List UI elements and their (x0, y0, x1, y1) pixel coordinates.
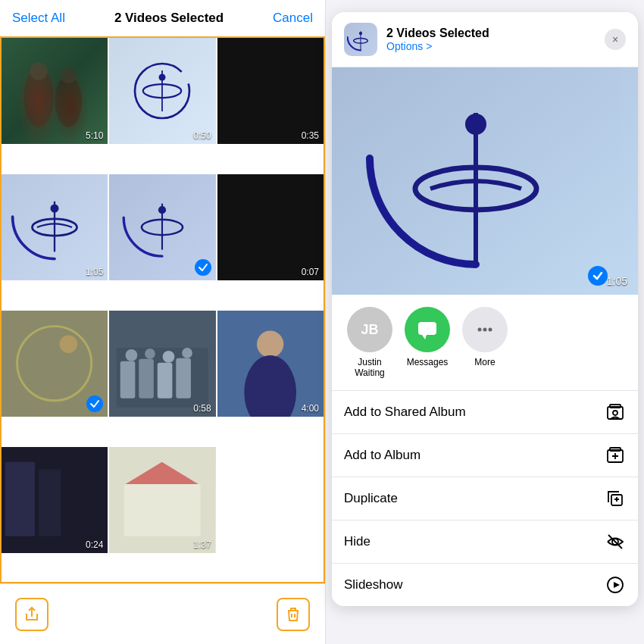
right-panel: 2 Videos Selected Options > × (326, 0, 644, 644)
cell-9-duration: 4:00 (302, 403, 319, 414)
svg-rect-35 (124, 484, 201, 536)
svg-point-11 (51, 205, 59, 213)
left-panel: Select All 2 Videos Selected Cancel 5:10 (0, 0, 326, 644)
grid-cell-5[interactable] (109, 174, 215, 280)
svg-point-4 (61, 67, 77, 83)
svg-point-3 (30, 62, 48, 80)
svg-rect-26 (158, 363, 173, 399)
add-album-label: Add to Album (344, 448, 605, 463)
trash-button[interactable] (277, 598, 310, 631)
duplicate-item[interactable]: Duplicate (332, 477, 638, 521)
svg-point-39 (359, 32, 362, 35)
svg-point-47 (483, 328, 487, 332)
share-close-button[interactable]: × (605, 29, 626, 50)
grid-cell-2[interactable]: 0:50 (109, 38, 215, 144)
svg-rect-50 (610, 405, 621, 408)
add-shared-album-label: Add to Shared Album (344, 405, 605, 420)
grid-cell-3[interactable]: 0:35 (217, 38, 324, 144)
shared-album-icon (605, 402, 626, 423)
svg-rect-44 (418, 322, 436, 335)
messages-icon (405, 307, 450, 352)
share-preview: 1:05 (332, 67, 638, 295)
slideshow-icon (605, 574, 626, 596)
svg-point-46 (478, 328, 482, 332)
svg-point-21 (145, 349, 155, 359)
slideshow-item[interactable]: Slideshow (332, 564, 638, 606)
hide-label: Hide (344, 534, 605, 549)
svg-marker-58 (614, 582, 620, 588)
cell-2-duration: 0:50 (193, 130, 211, 141)
svg-point-20 (126, 349, 138, 361)
svg-point-48 (489, 328, 492, 332)
bottom-bar (0, 583, 325, 644)
selected-count-label: 2 Videos Selected (114, 11, 224, 26)
share-action-person[interactable]: JB Justin Waiting (347, 307, 392, 378)
svg-rect-0 (2, 38, 108, 144)
add-shared-album-item[interactable]: Add to Shared Album (332, 391, 638, 434)
hide-item[interactable]: Hide (332, 521, 638, 564)
duplicate-icon (605, 488, 626, 509)
share-header: 2 Videos Selected Options > × (332, 12, 638, 67)
cell-4-duration: 1:05 (86, 267, 103, 277)
svg-point-43 (465, 114, 486, 135)
grid-cell-4[interactable]: 1:05 (2, 174, 108, 280)
share-header-icon (344, 23, 377, 56)
share-button[interactable] (15, 598, 48, 631)
svg-point-29 (257, 330, 283, 357)
svg-marker-45 (422, 335, 427, 339)
svg-line-56 (608, 535, 622, 549)
person-icon: JB (347, 307, 392, 352)
cancel-button[interactable]: Cancel (273, 11, 313, 26)
cell-1-duration: 5:10 (86, 130, 103, 141)
person-initials: JB (361, 322, 378, 338)
svg-point-23 (182, 348, 192, 358)
svg-point-22 (163, 351, 175, 363)
more-icon (462, 307, 508, 352)
svg-point-51 (613, 411, 617, 415)
svg-point-14 (158, 206, 166, 214)
add-album-icon (605, 445, 626, 466)
share-action-messages[interactable]: Messages (405, 307, 450, 367)
duplicate-label: Duplicate (344, 491, 605, 506)
svg-point-8 (159, 74, 166, 81)
svg-rect-24 (120, 361, 136, 399)
svg-rect-53 (610, 448, 621, 451)
cell-3-duration: 0:35 (302, 130, 319, 141)
cell-11-duration: 1:37 (193, 539, 211, 550)
grid-cell-11[interactable]: 1:37 (109, 447, 215, 553)
select-all-button[interactable]: Select All (12, 11, 65, 26)
photo-grid: 5:10 0:50 0:35 (0, 36, 325, 583)
hide-icon (605, 531, 626, 552)
cell-8-duration: 0:58 (193, 403, 211, 414)
grid-cell-10[interactable]: 0:24 (2, 447, 108, 553)
share-subtitle[interactable]: Options > (386, 40, 489, 52)
svg-rect-27 (177, 358, 192, 399)
grid-cell-7[interactable] (2, 311, 108, 417)
svg-rect-33 (39, 469, 61, 536)
share-title: 2 Videos Selected (386, 27, 489, 40)
cell-10-duration: 0:24 (86, 539, 103, 550)
grid-cell-6[interactable]: 0:07 (217, 174, 324, 280)
cell-6-duration: 0:07 (302, 267, 319, 277)
cell-5-check (195, 259, 211, 276)
preview-duration: 1:05 (607, 275, 627, 287)
svg-point-17 (60, 335, 78, 353)
top-bar: Select All 2 Videos Selected Cancel (0, 0, 325, 36)
person-label: Justin Waiting (355, 357, 385, 378)
grid-cell-8[interactable]: 0:58 (109, 311, 215, 417)
preview-check-badge (588, 266, 608, 286)
more-label: More (474, 357, 495, 367)
slideshow-label: Slideshow (344, 577, 605, 592)
messages-label: Messages (407, 357, 449, 367)
share-sheet: 2 Videos Selected Options > × (332, 12, 638, 606)
share-actions-row: JB Justin Waiting Messages (332, 295, 638, 391)
grid-cell-1[interactable]: 5:10 (2, 38, 108, 144)
grid-cell-9[interactable]: 4:00 (217, 311, 324, 417)
share-action-more[interactable]: More (462, 307, 508, 367)
add-album-item[interactable]: Add to Album (332, 434, 638, 477)
svg-rect-32 (5, 462, 35, 536)
svg-rect-25 (139, 359, 155, 399)
share-header-text: 2 Videos Selected Options > (386, 27, 489, 52)
